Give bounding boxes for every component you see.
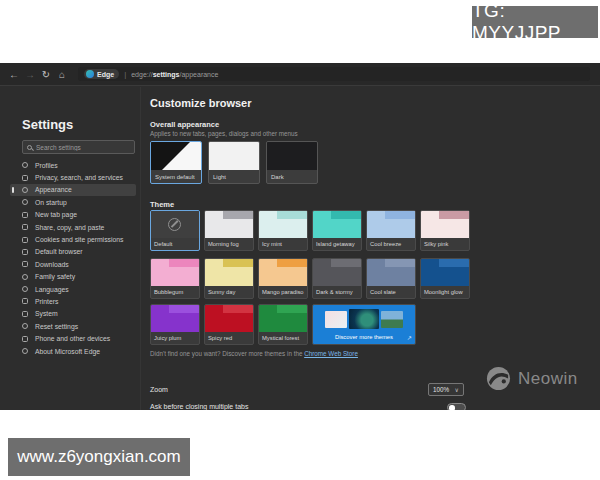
settings-sidebar: Settings Profiles Privacy, search, and s… (0, 87, 140, 410)
sidebar-item-new-tab-page[interactable]: New tab page (10, 209, 136, 221)
reset-icon (22, 323, 28, 329)
theme-thumbnail (421, 211, 469, 238)
share-icon (22, 224, 28, 230)
theme-tile-default[interactable]: Default (150, 210, 200, 251)
profiles-icon (22, 162, 28, 168)
theme-tile-cool-slate[interactable]: Cool slate (366, 258, 416, 299)
forward-icon[interactable]: → (22, 69, 38, 80)
sidebar-item-downloads[interactable]: Downloads (10, 258, 136, 270)
home-icon[interactable]: ⌂ (54, 69, 70, 80)
theme-thumbnail (259, 305, 307, 332)
ask-before-closing-label: Ask before closing multiple tabs (150, 403, 248, 410)
ask-before-closing-toggle[interactable] (447, 403, 466, 410)
sidebar-item-languages[interactable]: Languages (10, 283, 136, 295)
sidebar-items: Profiles Privacy, search, and services A… (10, 159, 136, 357)
sidebar-item-share-copy-paste[interactable]: Share, copy, and paste (10, 221, 136, 233)
sidebar-item-profiles[interactable]: Profiles (10, 159, 136, 171)
lock-icon (22, 175, 28, 181)
sidebar-item-privacy[interactable]: Privacy, search, and services (10, 171, 136, 183)
theme-tile-icy-mint[interactable]: Icy mint (258, 210, 308, 251)
overall-appearance-heading: Overall appearance (150, 120, 219, 129)
dark-thumbnail (267, 142, 317, 170)
theme-tile-moonlight-glow[interactable]: Moonlight glow (420, 258, 470, 299)
sidebar-item-phone-devices[interactable]: Phone and other devices (10, 332, 136, 344)
theme-thumbnail (367, 211, 415, 238)
no-theme-icon (168, 218, 181, 231)
refresh-icon[interactable]: ↻ (38, 69, 54, 80)
printer-icon (22, 298, 28, 304)
system-default-thumbnail (151, 142, 201, 170)
appearance-option-system-default[interactable]: System default (150, 141, 202, 184)
address-bar[interactable]: Edge | edge://settings/appearance (78, 67, 590, 81)
theme-tile-silky-pink[interactable]: Silky pink (420, 210, 470, 251)
theme-tile-island-getaway[interactable]: Island getaway (312, 210, 362, 251)
theme-thumbnail (313, 259, 361, 286)
new-tab-icon (22, 212, 28, 218)
theme-tile-cool-breeze[interactable]: Cool breeze (366, 210, 416, 251)
theme-heading: Theme (150, 200, 174, 209)
theme-thumbnail (259, 259, 307, 286)
chrome-web-store-link[interactable]: Chrome Web Store (304, 350, 358, 357)
browser-toolbar: ← → ↻ ⌂ Edge | edge://settings/appearanc… (0, 63, 600, 86)
edge-logo-icon (86, 70, 94, 78)
theme-tile-juicy-plum[interactable]: Juicy plum (150, 304, 200, 345)
theme-thumbnail (421, 259, 469, 286)
edge-settings-screenshot: ← → ↻ ⌂ Edge | edge://settings/appearanc… (0, 63, 600, 410)
theme-tile-mango-paradiso[interactable]: Mango paradiso (258, 258, 308, 299)
zoom-dropdown[interactable]: 100% ∨ (428, 383, 464, 396)
zoom-label: Zoom (150, 386, 168, 393)
sidebar-item-cookies-permissions[interactable]: Cookies and site permissions (10, 233, 136, 245)
languages-icon (22, 286, 28, 292)
neowin-logo-icon (486, 366, 511, 391)
sidebar-item-system[interactable]: System (10, 308, 136, 320)
sidebar-item-appearance[interactable]: Appearance (10, 184, 136, 196)
light-thumbnail (209, 142, 259, 170)
back-icon[interactable]: ← (6, 69, 22, 80)
theme-row-3: Juicy plum Spicy red Mystical forest Dis… (150, 304, 416, 345)
external-link-icon: ↗ (407, 334, 412, 341)
theme-tile-spicy-red[interactable]: Spicy red (204, 304, 254, 345)
theme-thumbnail (151, 259, 199, 286)
theme-thumbnail (205, 305, 253, 332)
theme-preview-images (313, 305, 415, 330)
page-title: Customize browser (150, 97, 251, 109)
watermark-site: www.z6yongxian.com (8, 438, 190, 476)
theme-preview-image (381, 311, 403, 328)
appearance-option-light[interactable]: Light (208, 141, 260, 184)
sidebar-item-about-edge[interactable]: About Microsoft Edge (10, 345, 136, 357)
neowin-watermark: Neowin (486, 366, 578, 391)
theme-tile-bubblegum[interactable]: Bubblegum (150, 258, 200, 299)
sidebar-item-reset-settings[interactable]: Reset settings (10, 320, 136, 332)
discover-more-themes-tile[interactable]: Discover more themes ↗ (312, 304, 416, 345)
site-badge: Edge (84, 69, 119, 79)
chevron-down-icon: ∨ (455, 387, 459, 393)
theme-row-2: Bubblegum Sunny day Mango paradiso Dark … (150, 258, 470, 299)
theme-thumbnail (205, 259, 253, 286)
theme-tile-dark-stormy[interactable]: Dark & stormy (312, 258, 362, 299)
search-input[interactable] (36, 144, 126, 151)
sidebar-item-printers[interactable]: Printers (10, 295, 136, 307)
appearance-icon (22, 187, 28, 193)
download-icon (22, 261, 28, 267)
sidebar-item-on-startup[interactable]: On startup (10, 196, 136, 208)
theme-tile-sunny-day[interactable]: Sunny day (204, 258, 254, 299)
sidebar-item-family-safety[interactable]: Family safety (10, 271, 136, 283)
settings-search-box[interactable] (22, 140, 135, 154)
watermark-tag: TG: MYYJJPP (472, 6, 598, 38)
site-badge-label: Edge (97, 71, 114, 78)
address-separator: | (124, 70, 126, 79)
theme-preview-image (325, 311, 347, 328)
appearance-option-dark[interactable]: Dark (266, 141, 318, 184)
sidebar-divider (140, 87, 141, 410)
zoom-value: 100% (433, 386, 449, 393)
theme-tile-morning-fog[interactable]: Morning fog (204, 210, 254, 251)
settings-title: Settings (22, 117, 73, 132)
address-url: edge://settings/appearance (131, 71, 218, 78)
sidebar-item-default-browser[interactable]: Default browser (10, 246, 136, 258)
appearance-options: System default Light Dark (150, 141, 318, 184)
theme-row-1: Default Morning fog Icy mint Island geta… (150, 210, 470, 251)
store-note: Didn't find one you want? Discover more … (150, 350, 358, 357)
neowin-logo-text: Neowin (518, 369, 578, 389)
phone-icon (22, 336, 28, 342)
theme-tile-mystical-forest[interactable]: Mystical forest (258, 304, 308, 345)
